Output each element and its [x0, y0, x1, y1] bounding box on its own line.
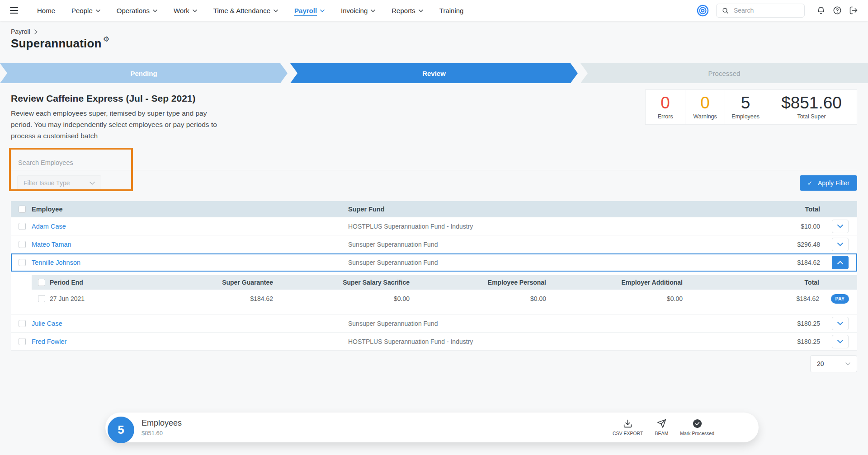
stat-label: Total Super — [777, 113, 846, 120]
expand-row-button[interactable] — [832, 256, 849, 269]
header-salary-sacrifice: Super Salary Sacrifice — [277, 279, 413, 286]
header-period-end: Period End — [50, 279, 140, 286]
progress-step[interactable]: Pending — [0, 63, 288, 83]
progress-step[interactable]: Processed — [580, 63, 868, 83]
super-fund-name: HOSTPLUS Superannuation Fund - Industry — [348, 223, 741, 230]
mark-processed-label: Mark Processed — [680, 431, 714, 436]
chevron-down-icon — [371, 9, 375, 12]
employee-name-link[interactable]: Tennille Johnson — [32, 259, 348, 266]
progress-step-label: Pending — [130, 70, 157, 77]
hamburger-menu-icon[interactable] — [10, 5, 19, 15]
breadcrumb-payroll-link[interactable]: Payroll — [11, 28, 30, 35]
page-size-select[interactable]: 20 — [810, 355, 857, 372]
detail-header-row: Period End Super Guarantee Super Salary … — [32, 275, 857, 290]
select-all-checkbox[interactable] — [19, 206, 26, 213]
stat-cell: 0 Warnings — [685, 90, 725, 124]
row-checkbox[interactable] — [19, 338, 26, 345]
target-icon[interactable] — [697, 5, 709, 17]
help-icon[interactable] — [833, 6, 842, 15]
detail-select-all-checkbox[interactable] — [38, 279, 45, 286]
csv-export-button[interactable]: CSV EXPORT — [613, 419, 643, 436]
nav-items: Home People Operations Work Time & Atten… — [37, 7, 463, 14]
expand-row-button[interactable] — [832, 335, 849, 348]
nav-item[interactable]: Work — [174, 7, 197, 14]
employee-name-link[interactable]: Fred Fowler — [32, 338, 348, 345]
page-title: Superannuation — [11, 37, 102, 51]
employee-name-link[interactable]: Adam Case — [32, 223, 348, 230]
nav-item[interactable]: Payroll — [294, 7, 325, 14]
chevron-down-icon — [837, 225, 843, 228]
employee-personal-value: $0.00 — [413, 295, 550, 302]
stat-value: 0 — [652, 94, 679, 113]
global-search-input[interactable] — [733, 6, 792, 14]
mark-processed-button[interactable]: Mark Processed — [680, 419, 714, 436]
breadcrumb: Payroll — [0, 21, 868, 35]
logout-icon[interactable] — [849, 6, 858, 15]
expand-row-button[interactable] — [832, 238, 849, 251]
header-total: Total — [741, 206, 823, 213]
nav-item[interactable]: Operations — [117, 7, 157, 14]
nav-item[interactable]: Time & Attendance — [213, 7, 278, 14]
header-super-guarantee: Super Guarantee — [140, 279, 277, 286]
download-icon — [623, 419, 632, 428]
summary-stats: 0 Errors 0 Warnings 5 Employees $851.60 … — [645, 89, 857, 125]
chevron-down-icon — [419, 9, 423, 12]
footer-info: Employees $851.60 — [142, 418, 182, 436]
progress-step[interactable]: Review — [290, 63, 578, 83]
nav-item[interactable]: Invoicing — [341, 7, 375, 14]
nav-item-label: People — [71, 7, 93, 14]
progress-steps: Pending Review Processed — [0, 63, 868, 83]
row-checkbox[interactable] — [19, 241, 26, 248]
nav-item-label: Operations — [117, 7, 150, 14]
period-end-value: 27 Jun 2021 — [50, 295, 140, 302]
footer-title: Employees — [142, 418, 182, 428]
apply-filter-button[interactable]: ✓ Apply Filter — [800, 175, 857, 191]
search-employees-input[interactable] — [17, 155, 130, 170]
row-checkbox[interactable] — [19, 320, 26, 327]
period-checkbox[interactable] — [38, 295, 45, 302]
nav-item[interactable]: Home — [37, 7, 55, 14]
csv-export-label: CSV EXPORT — [613, 431, 643, 436]
expand-row-button[interactable] — [832, 317, 849, 330]
page-title-row: Superannuation ⚙ — [0, 35, 868, 51]
footer-amount: $851.60 — [142, 430, 182, 436]
header-super-fund: Super Fund — [348, 206, 741, 213]
chevron-down-icon — [274, 9, 278, 12]
expand-row-button[interactable] — [832, 220, 849, 233]
row-total: $184.62 — [741, 259, 823, 266]
stat-cell: $851.60 Total Super — [766, 90, 857, 124]
table-row: Tennille Johnson Sunsuper Superannuation… — [11, 253, 857, 272]
paper-plane-icon — [657, 419, 666, 428]
row-checkbox[interactable] — [19, 223, 26, 230]
beam-button[interactable]: BEAM — [655, 419, 668, 436]
chevron-down-icon — [96, 9, 100, 12]
header-employee: Employee — [32, 206, 348, 213]
employee-name-link[interactable]: Julie Case — [32, 320, 348, 327]
check-icon: ✓ — [807, 180, 812, 187]
super-fund-name: Sunsuper Superannuation Fund — [348, 241, 741, 248]
notifications-bell-icon[interactable] — [816, 6, 826, 15]
employee-name-link[interactable]: Mateo Taman — [32, 241, 348, 248]
pay-badge: PAY — [831, 294, 849, 304]
chevron-down-icon — [837, 261, 843, 264]
stat-label: Employees — [731, 113, 760, 120]
nav-item[interactable]: Reports — [392, 7, 423, 14]
settings-gear-icon[interactable]: ⚙ — [103, 35, 109, 43]
footer-actions: CSV EXPORT BEAM Mark Processed — [613, 419, 714, 436]
filter-area: Filter Issue Type ✓ Apply Filter — [11, 155, 857, 196]
chevron-down-icon — [837, 340, 843, 343]
chevron-down-icon — [845, 362, 850, 366]
nav-item[interactable]: Training — [439, 7, 464, 14]
header-employee-personal: Employee Personal — [413, 279, 550, 286]
super-fund-name: HOSTPLUS Superannuation Fund - Industry — [348, 338, 741, 345]
row-checkbox[interactable] — [19, 259, 26, 266]
nav-item-label: Reports — [392, 7, 415, 14]
nav-item[interactable]: People — [71, 7, 100, 14]
nav-item-label: Time & Attendance — [213, 7, 270, 14]
selected-count-badge: 5 — [108, 417, 134, 443]
global-search[interactable] — [716, 4, 805, 18]
filter-issue-type-select[interactable]: Filter Issue Type — [17, 175, 101, 191]
top-nav: Home People Operations Work Time & Atten… — [0, 0, 868, 21]
table-header-row: Employee Super Fund Total — [11, 201, 857, 217]
selection-summary-bar: 5 Employees $851.60 CSV EXPORT BEAM Mark… — [105, 413, 759, 442]
